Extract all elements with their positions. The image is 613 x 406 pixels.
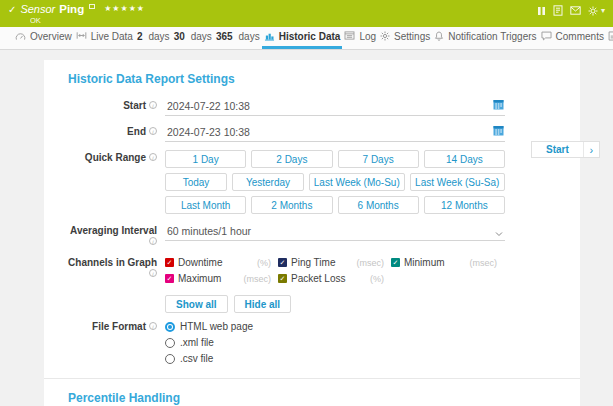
sensor-kind-label: Sensor (20, 3, 55, 15)
tab-label: Comments (556, 31, 604, 42)
channel-name: Maximum (178, 273, 221, 284)
tab-comments[interactable]: Comments (539, 27, 606, 49)
tab-settings[interactable]: Settings (378, 27, 432, 49)
quick-range-14-days[interactable]: 14 Days (424, 150, 505, 168)
tab-label: Settings (394, 31, 430, 42)
history-icon (608, 31, 613, 43)
tab-label: days (191, 31, 212, 42)
tab-30-days[interactable]: 30 days (172, 27, 214, 49)
channel-name: Downtime (178, 257, 222, 268)
tab-label: Notification Triggers (448, 31, 536, 42)
hide-all-button[interactable]: Hide all (234, 295, 292, 313)
channel-name: Ping Time (291, 257, 335, 268)
tab-live-data[interactable]: Live Data (74, 27, 135, 49)
report-icon[interactable] (553, 5, 563, 16)
quick-range-6-months[interactable]: 6 Months (338, 196, 419, 214)
tab-label: days (239, 31, 260, 42)
end-label: Endi (68, 124, 157, 142)
quick-range-last-week-mo-su[interactable]: Last Week (Mo-Su) (309, 173, 405, 191)
calendar-icon[interactable] (493, 99, 504, 112)
radio-csv-file[interactable]: .csv file (165, 353, 505, 364)
info-icon[interactable]: i (149, 269, 157, 277)
start-row: Starti 2024-07-22 10:38 (68, 98, 556, 116)
status-check-icon: ✓ (8, 4, 16, 15)
chevron-down-icon[interactable]: ▾ (601, 6, 605, 15)
quick-range-today[interactable]: Today (165, 173, 227, 191)
info-icon[interactable]: i (149, 101, 157, 109)
radio-icon (165, 338, 175, 348)
radio-html-web-page[interactable]: HTML web page (165, 321, 505, 332)
tab-number: 30 (174, 31, 185, 42)
info-icon[interactable]: i (149, 322, 157, 330)
chevron-right-icon[interactable]: › (583, 142, 599, 157)
averaging-interval-value: 60 minutes/1 hour (167, 225, 251, 237)
radio-xml-file[interactable]: .xml file (165, 337, 505, 348)
channel-unit: (%) (257, 258, 271, 268)
channel-packet-loss[interactable]: ✓ Packet Loss (%) (278, 273, 384, 284)
quick-range-last-week-su-sa[interactable]: Last Week (Su-Sa) (410, 173, 506, 191)
channel-maximum[interactable]: ✓ Maximum (msec) (165, 273, 271, 284)
end-row: Endi 2024-07-23 10:38 (68, 124, 556, 142)
tab-label: Log (359, 31, 376, 42)
comment-icon (541, 31, 552, 43)
sensor-header: ✓ Sensor Ping ★★★★★ OK ▾ (0, 0, 613, 27)
tab-label: Live Data (91, 31, 133, 42)
tab-log[interactable]: Log (342, 27, 378, 49)
quick-range-1-day[interactable]: 1 Day (165, 150, 246, 168)
channel-ping-time[interactable]: ✓ Ping Time (msec) (278, 257, 384, 268)
tab-notification-triggers[interactable]: Notification Triggers (432, 27, 538, 49)
live-data-icon (76, 31, 87, 42)
checkbox-checked-icon[interactable]: ✓ (165, 258, 174, 267)
pause-icon[interactable] (537, 6, 546, 16)
tab-history[interactable]: History (606, 27, 613, 49)
tab-historic-data[interactable]: Historic Data (262, 27, 343, 49)
channel-minimum[interactable]: ✓ Minimum (msec) (391, 257, 497, 268)
tab-overview[interactable]: Overview (13, 27, 74, 49)
channel-name: Minimum (404, 257, 445, 268)
email-icon[interactable] (570, 6, 581, 15)
priority-stars[interactable]: ★★★★★ (104, 4, 145, 13)
tab-2-days[interactable]: 2 days (135, 27, 172, 49)
averaging-interval-select[interactable]: 60 minutes/1 hour (165, 223, 505, 241)
channel-unit: (%) (370, 274, 384, 284)
settings-gear-icon (380, 31, 390, 43)
channel-unit: (msec) (470, 258, 498, 268)
section-title-percentile: Percentile Handling (68, 391, 556, 405)
file-format-row: File Formati HTML web page .xml file .cs… (68, 319, 556, 364)
bell-icon (434, 31, 444, 43)
end-date-input[interactable]: 2024-07-23 10:38 (165, 124, 505, 142)
file-format-label: File Formati (68, 319, 157, 364)
quick-range-12-months[interactable]: 12 Months (424, 196, 505, 214)
start-report-button-label: Start (532, 142, 583, 157)
info-icon[interactable]: i (149, 127, 157, 135)
settings-card: Historic Data Report Settings Starti 202… (44, 60, 580, 406)
channel-unit: (msec) (357, 258, 385, 268)
start-report-button[interactable]: Start › (531, 141, 600, 158)
radio-label: .csv file (180, 353, 213, 364)
sensor-name: Ping (59, 3, 84, 15)
bar-chart-icon (264, 31, 275, 43)
log-icon (344, 31, 355, 42)
quick-range-2-months[interactable]: 2 Months (251, 196, 332, 214)
gear-icon[interactable] (588, 6, 598, 16)
section-title-report-settings: Historic Data Report Settings (68, 72, 556, 86)
channel-downtime[interactable]: ✓ Downtime (%) (165, 257, 271, 268)
quick-range-2-days[interactable]: 2 Days (251, 150, 332, 168)
start-date-input[interactable]: 2024-07-22 10:38 (165, 98, 505, 116)
section-divider (44, 378, 580, 379)
info-icon[interactable]: i (149, 237, 157, 245)
quick-range-last-month[interactable]: Last Month (165, 196, 246, 214)
tab-label: Historic Data (279, 31, 341, 42)
info-icon[interactable]: i (149, 153, 157, 161)
checkbox-checked-icon[interactable]: ✓ (278, 274, 287, 283)
quick-range-7-days[interactable]: 7 Days (338, 150, 419, 168)
gauge-icon (15, 31, 26, 43)
checkbox-checked-icon[interactable]: ✓ (165, 274, 174, 283)
status-badge: OK (30, 16, 613, 25)
quick-range-yesterday[interactable]: Yesterday (232, 173, 304, 191)
checkbox-checked-icon[interactable]: ✓ (391, 258, 400, 267)
tab-365-days[interactable]: 365 days (214, 27, 262, 49)
calendar-icon[interactable] (493, 125, 504, 138)
checkbox-checked-icon[interactable]: ✓ (278, 258, 287, 267)
show-all-button[interactable]: Show all (165, 295, 228, 313)
